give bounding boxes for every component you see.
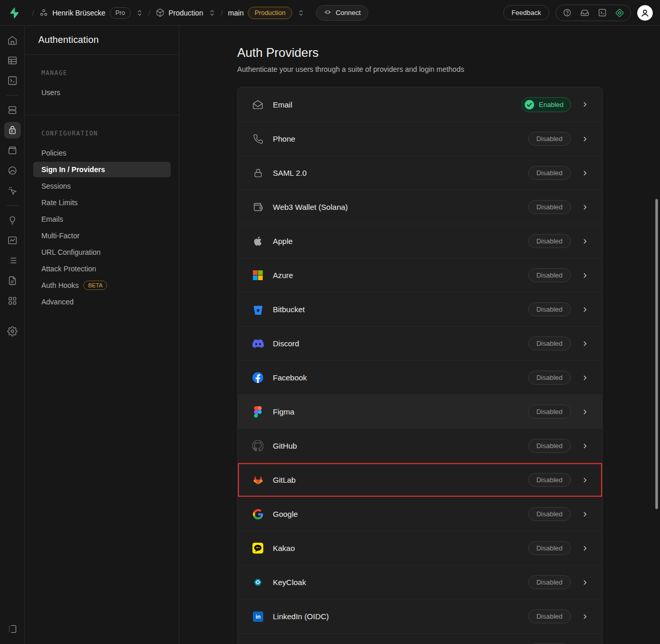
provider-row[interactable]: Figma Disabled: [238, 394, 602, 428]
chevron-right-icon[interactable]: [578, 305, 592, 314]
provider-label: Phone: [273, 134, 295, 143]
api-docs-icon[interactable]: [4, 272, 21, 289]
provider-row[interactable]: Discord Disabled: [238, 326, 602, 360]
sidebar-item[interactable]: Attack Protection: [33, 261, 171, 277]
user-avatar[interactable]: [637, 5, 653, 21]
sidebar-item[interactable]: Policies: [33, 145, 171, 161]
svg-text:in: in: [256, 614, 261, 620]
gitlab-icon: [252, 474, 264, 486]
chevron-right-icon[interactable]: [578, 578, 592, 587]
provider-row[interactable]: SAML 2.0 Disabled: [238, 156, 602, 190]
sidebar-item-label: Attack Protection: [41, 265, 96, 273]
breadcrumb-project[interactable]: Production: [156, 8, 216, 17]
provider-row[interactable]: GitHub Disabled: [238, 428, 602, 463]
help-icon[interactable]: [558, 5, 576, 21]
sidebar-item-label: Auth Hooks: [41, 281, 79, 289]
sidebar-item-label: Policies: [41, 149, 66, 157]
supabase-logo-icon[interactable]: [7, 7, 20, 19]
provider-row[interactable]: Email Enabled: [238, 87, 602, 121]
github-icon: [252, 440, 264, 452]
wallet-icon: [252, 202, 264, 213]
chevrons-up-down-icon[interactable]: [297, 9, 305, 17]
sidebar-item[interactable]: URL Configuration: [33, 244, 171, 260]
manage-items: Users: [33, 85, 171, 100]
realtime-icon[interactable]: [4, 182, 21, 199]
settings-gear-icon[interactable]: [4, 323, 21, 340]
sql-editor-icon[interactable]: [4, 72, 21, 89]
integrations-icon[interactable]: [4, 293, 21, 309]
providers-card: Email Enabled Phone Disabled SAML 2.0 Di: [237, 87, 603, 644]
sidebar-item[interactable]: Multi-Factor: [33, 228, 171, 243]
chevron-right-icon[interactable]: [578, 271, 592, 280]
breadcrumb-separator: /: [148, 8, 151, 17]
provider-row[interactable]: Web3 Wallet (Solana) Disabled: [238, 190, 602, 224]
chevrons-up-down-icon[interactable]: [208, 9, 216, 17]
provider-row[interactable]: GitLab Disabled: [238, 463, 602, 497]
provider-row[interactable]: Azure Disabled: [238, 258, 602, 292]
terminal-icon[interactable]: [593, 5, 611, 21]
feedback-button[interactable]: Feedback: [503, 5, 549, 20]
chevron-right-icon[interactable]: [578, 237, 592, 246]
reports-icon[interactable]: [4, 232, 21, 249]
section-heading-configuration: CONFIGURATION: [33, 130, 171, 137]
provider-row[interactable]: KeyCloak Disabled: [238, 565, 602, 599]
chevron-right-icon[interactable]: [578, 612, 592, 621]
keycloak-icon: [252, 577, 264, 588]
chevron-right-icon[interactable]: [578, 408, 592, 416]
chevron-right-icon[interactable]: [578, 100, 592, 109]
status-badge: Enabled: [521, 97, 571, 112]
edge-functions-icon[interactable]: [4, 162, 21, 179]
chevrons-up-down-icon[interactable]: [136, 9, 143, 17]
sidebar-item-label: Emails: [41, 215, 63, 223]
logs-icon[interactable]: [4, 252, 21, 269]
vertical-scrollbar[interactable]: [655, 199, 658, 509]
breadcrumb-org[interactable]: Henrik Brüsecke Pro: [39, 7, 143, 19]
home-icon[interactable]: [4, 32, 21, 49]
connect-button[interactable]: Connect: [316, 5, 368, 21]
provider-row[interactable]: N Notion Disabled: [238, 633, 602, 644]
chevron-right-icon[interactable]: [578, 442, 592, 450]
collapse-sidebar-icon[interactable]: [4, 621, 21, 637]
chevron-right-icon[interactable]: [578, 135, 592, 143]
provider-row[interactable]: Apple Disabled: [238, 224, 602, 258]
sidebar-item[interactable]: Sessions: [33, 178, 171, 194]
authentication-icon[interactable]: [4, 122, 21, 139]
sidebar-item[interactable]: Auth Hooks BETA: [33, 278, 171, 293]
provider-row[interactable]: TALK Kakao Disabled: [238, 531, 602, 565]
bitbucket-icon: [252, 304, 264, 315]
advisors-icon[interactable]: [4, 212, 21, 228]
chevron-right-icon[interactable]: [578, 169, 592, 177]
inbox-icon[interactable]: [576, 5, 593, 21]
chevron-right-icon[interactable]: [578, 374, 592, 382]
kakao-icon: TALK: [252, 543, 264, 554]
provider-row[interactable]: Bitbucket Disabled: [238, 292, 602, 326]
sidebar-title: Authentication: [25, 26, 179, 55]
table-editor-icon[interactable]: [4, 52, 21, 69]
sidebar-item[interactable]: Emails: [33, 211, 171, 227]
chevron-right-icon[interactable]: [578, 476, 592, 484]
azure-icon: [252, 270, 264, 281]
ai-assistant-icon[interactable]: [611, 5, 628, 21]
figma-icon: [252, 406, 264, 418]
chevron-right-icon[interactable]: [578, 203, 592, 211]
sidebar-item-label: URL Configuration: [41, 248, 101, 256]
provider-row[interactable]: Google Disabled: [238, 497, 602, 531]
topbar-icon-group: [556, 5, 631, 21]
sidebar-item[interactable]: Rate Limits: [33, 195, 171, 210]
provider-label: KeyCloak: [273, 578, 306, 587]
provider-row[interactable]: Phone Disabled: [238, 121, 602, 156]
sidebar-item[interactable]: Users: [33, 85, 171, 100]
breadcrumb-branch[interactable]: main Production: [228, 7, 305, 19]
storage-icon[interactable]: [4, 142, 21, 159]
status-text: Enabled: [539, 101, 564, 109]
provider-label: Apple: [273, 237, 293, 246]
chevron-right-icon[interactable]: [578, 510, 592, 518]
provider-row[interactable]: in LinkedIn (OIDC) Disabled: [238, 599, 602, 633]
sidebar-item[interactable]: Advanced: [33, 294, 171, 310]
database-icon[interactable]: [4, 102, 21, 118]
provider-row[interactable]: Facebook Disabled: [238, 360, 602, 394]
sidebar-item[interactable]: Sign In / Providers: [33, 162, 171, 177]
org-plan-badge: Pro: [110, 7, 131, 19]
chevron-right-icon[interactable]: [578, 340, 592, 348]
chevron-right-icon[interactable]: [578, 544, 592, 553]
